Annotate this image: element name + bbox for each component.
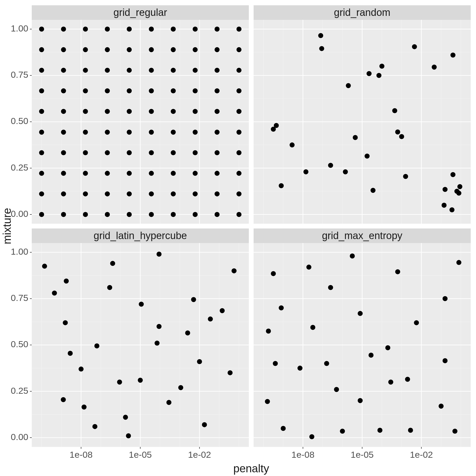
data-point (236, 88, 241, 93)
data-point (127, 27, 132, 32)
data-point (94, 344, 99, 349)
data-point (232, 268, 237, 273)
data-point (236, 150, 241, 155)
data-point (83, 109, 88, 114)
facet-strip-label: grid_regular (113, 7, 167, 18)
data-point (408, 428, 413, 433)
data-point (157, 324, 162, 329)
data-point (127, 68, 132, 73)
y-tick-label: 1.00 (11, 246, 28, 257)
data-point (39, 171, 44, 176)
y-tick-label: 0.25 (11, 162, 28, 172)
data-point (208, 317, 213, 322)
data-point (319, 46, 324, 51)
data-point (214, 88, 219, 93)
data-point (39, 47, 44, 52)
data-point (61, 130, 66, 135)
data-point (442, 187, 447, 192)
data-point (171, 130, 176, 135)
data-point (197, 359, 202, 364)
data-point (442, 358, 447, 363)
x-tick-label: 1e-08 (70, 450, 93, 460)
data-point (193, 88, 198, 93)
data-point (83, 27, 88, 32)
data-point (385, 345, 390, 350)
y-tick-label: 1.00 (11, 23, 28, 33)
data-point (83, 68, 88, 73)
data-point (68, 351, 73, 356)
data-point (334, 387, 339, 392)
data-point (61, 191, 66, 196)
data-point (105, 150, 110, 155)
data-point (265, 399, 270, 404)
data-point (456, 191, 461, 196)
data-point (193, 171, 198, 176)
data-point (303, 169, 308, 174)
data-point (405, 377, 410, 382)
data-point (193, 212, 198, 217)
data-point (193, 150, 198, 155)
data-point (127, 171, 132, 176)
data-point (83, 47, 88, 52)
data-point (340, 429, 345, 434)
data-point (450, 53, 455, 58)
y-tick-label: 0.75 (11, 70, 28, 80)
data-point (127, 191, 132, 196)
data-point (39, 150, 44, 155)
data-point (83, 88, 88, 93)
data-point (61, 47, 66, 52)
data-point (236, 191, 241, 196)
data-point (399, 134, 404, 139)
data-point (193, 68, 198, 73)
data-point (367, 71, 372, 76)
data-point (83, 150, 88, 155)
data-point (358, 311, 363, 316)
data-point (395, 269, 400, 274)
data-point (439, 404, 444, 409)
data-point (39, 130, 44, 135)
data-point (377, 428, 382, 433)
data-point (395, 130, 400, 135)
data-point (290, 143, 295, 148)
data-point (193, 27, 198, 32)
data-point (328, 163, 333, 168)
data-point (92, 424, 97, 429)
data-point (457, 184, 462, 189)
data-point (214, 150, 219, 155)
data-point (271, 127, 276, 132)
data-point (63, 320, 68, 325)
data-point (442, 203, 447, 208)
data-point (214, 212, 219, 217)
data-point (105, 212, 110, 217)
data-point (61, 171, 66, 176)
data-point (214, 171, 219, 176)
data-point (369, 353, 374, 358)
x-axis-title: penalty (233, 462, 269, 475)
data-point (39, 27, 44, 32)
facet-strip-label: grid_max_entropy (322, 230, 402, 241)
data-point (139, 302, 144, 307)
data-point (279, 183, 284, 188)
data-point (171, 88, 176, 93)
data-point (166, 400, 171, 405)
data-point (123, 415, 128, 420)
data-point (149, 109, 154, 114)
data-point (214, 47, 219, 52)
data-point (39, 68, 44, 73)
data-point (39, 212, 44, 217)
data-point (79, 367, 84, 372)
data-point (149, 191, 154, 196)
data-point (64, 278, 69, 283)
data-point (432, 65, 437, 70)
x-tick-label: 1e-02 (188, 450, 211, 460)
data-point (107, 285, 112, 290)
data-point (388, 379, 393, 385)
data-point (191, 297, 196, 302)
data-point (452, 429, 457, 434)
data-point (83, 130, 88, 135)
data-point (171, 150, 176, 155)
data-point (105, 27, 110, 32)
data-point (127, 88, 132, 93)
data-point (105, 47, 110, 52)
data-point (81, 405, 86, 410)
